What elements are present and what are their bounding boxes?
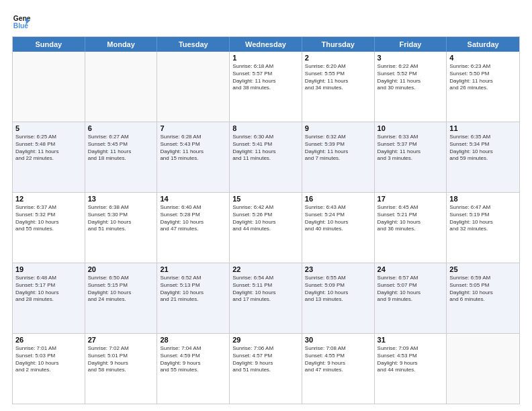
empty-cell (13, 52, 85, 122)
day-cell-24: 24Sunrise: 6:57 AM Sunset: 5:07 PM Dayli… (375, 263, 447, 333)
empty-cell (85, 52, 158, 122)
empty-cell (157, 52, 230, 122)
day-info: Sunrise: 6:48 AM Sunset: 5:17 PM Dayligh… (15, 275, 82, 304)
header-day-friday: Friday (375, 37, 447, 52)
day-number: 3 (378, 54, 444, 62)
day-cell-7: 7Sunrise: 6:28 AM Sunset: 5:43 PM Daylig… (157, 122, 230, 192)
day-cell-16: 16Sunrise: 6:43 AM Sunset: 5:24 PM Dayli… (302, 193, 375, 263)
day-cell-22: 22Sunrise: 6:54 AM Sunset: 5:11 PM Dayli… (230, 263, 302, 333)
day-info: Sunrise: 7:01 AM Sunset: 5:03 PM Dayligh… (15, 345, 82, 374)
day-cell-10: 10Sunrise: 6:33 AM Sunset: 5:37 PM Dayli… (375, 122, 447, 192)
day-info: Sunrise: 6:18 AM Sunset: 5:57 PM Dayligh… (232, 63, 299, 92)
calendar-row-3: 19Sunrise: 6:48 AM Sunset: 5:17 PM Dayli… (13, 263, 519, 333)
day-cell-8: 8Sunrise: 6:30 AM Sunset: 5:41 PM Daylig… (230, 122, 302, 192)
day-info: Sunrise: 6:50 AM Sunset: 5:15 PM Dayligh… (88, 275, 154, 304)
day-info: Sunrise: 6:38 AM Sunset: 5:30 PM Dayligh… (88, 204, 154, 233)
header-day-monday: Monday (85, 37, 158, 52)
day-cell-4: 4Sunrise: 6:23 AM Sunset: 5:50 PM Daylig… (447, 52, 519, 122)
day-info: Sunrise: 6:27 AM Sunset: 5:45 PM Dayligh… (88, 134, 154, 163)
day-info: Sunrise: 6:42 AM Sunset: 5:26 PM Dayligh… (232, 204, 299, 233)
day-number: 4 (449, 54, 517, 62)
day-cell-15: 15Sunrise: 6:42 AM Sunset: 5:26 PM Dayli… (230, 193, 302, 263)
day-info: Sunrise: 6:35 AM Sunset: 5:34 PM Dayligh… (449, 134, 517, 163)
day-cell-21: 21Sunrise: 6:52 AM Sunset: 5:13 PM Dayli… (157, 263, 230, 333)
day-number: 12 (15, 195, 82, 203)
day-number: 19 (15, 265, 82, 273)
day-number: 8 (232, 124, 299, 132)
header-day-sunday: Sunday (13, 37, 85, 52)
day-cell-11: 11Sunrise: 6:35 AM Sunset: 5:34 PM Dayli… (447, 122, 519, 192)
day-info: Sunrise: 7:02 AM Sunset: 5:01 PM Dayligh… (88, 345, 154, 374)
day-number: 7 (160, 124, 226, 132)
day-number: 16 (305, 195, 371, 203)
day-number: 23 (305, 265, 371, 273)
day-info: Sunrise: 6:45 AM Sunset: 5:21 PM Dayligh… (378, 204, 444, 233)
day-cell-3: 3Sunrise: 6:22 AM Sunset: 5:52 PM Daylig… (375, 52, 447, 122)
day-number: 30 (305, 336, 371, 344)
day-number: 17 (378, 195, 444, 203)
day-info: Sunrise: 6:59 AM Sunset: 5:05 PM Dayligh… (449, 275, 517, 304)
day-info: Sunrise: 6:32 AM Sunset: 5:39 PM Dayligh… (305, 134, 371, 163)
day-info: Sunrise: 6:30 AM Sunset: 5:41 PM Dayligh… (232, 134, 299, 163)
day-number: 5 (15, 124, 82, 132)
calendar-row-2: 12Sunrise: 6:37 AM Sunset: 5:32 PM Dayli… (13, 192, 519, 263)
day-number: 27 (88, 336, 154, 344)
day-info: Sunrise: 6:23 AM Sunset: 5:50 PM Dayligh… (449, 63, 517, 92)
day-number: 10 (378, 124, 444, 132)
day-info: Sunrise: 6:25 AM Sunset: 5:48 PM Dayligh… (15, 134, 82, 163)
day-number: 28 (160, 336, 226, 344)
day-number: 25 (449, 265, 517, 273)
day-info: Sunrise: 6:43 AM Sunset: 5:24 PM Dayligh… (305, 204, 371, 233)
day-info: Sunrise: 6:54 AM Sunset: 5:11 PM Dayligh… (232, 275, 299, 304)
day-number: 21 (160, 265, 226, 273)
day-cell-27: 27Sunrise: 7:02 AM Sunset: 5:01 PM Dayli… (85, 334, 158, 404)
day-number: 24 (378, 265, 444, 273)
day-number: 15 (232, 195, 299, 203)
day-cell-31: 31Sunrise: 7:09 AM Sunset: 4:53 PM Dayli… (375, 334, 447, 404)
day-number: 18 (449, 195, 517, 203)
day-cell-28: 28Sunrise: 7:04 AM Sunset: 4:59 PM Dayli… (157, 334, 230, 404)
calendar-header: SundayMondayTuesdayWednesdayThursdayFrid… (13, 37, 519, 52)
day-cell-25: 25Sunrise: 6:59 AM Sunset: 5:05 PM Dayli… (447, 263, 519, 333)
calendar-body: 1Sunrise: 6:18 AM Sunset: 5:57 PM Daylig… (13, 52, 519, 404)
header-day-thursday: Thursday (302, 37, 375, 52)
day-cell-12: 12Sunrise: 6:37 AM Sunset: 5:32 PM Dayli… (13, 193, 85, 263)
day-number: 29 (232, 336, 299, 344)
day-cell-17: 17Sunrise: 6:45 AM Sunset: 5:21 PM Dayli… (375, 193, 447, 263)
calendar-row-0: 1Sunrise: 6:18 AM Sunset: 5:57 PM Daylig… (13, 52, 519, 122)
day-info: Sunrise: 7:08 AM Sunset: 4:55 PM Dayligh… (305, 345, 371, 374)
day-info: Sunrise: 6:33 AM Sunset: 5:37 PM Dayligh… (378, 134, 444, 163)
day-cell-23: 23Sunrise: 6:55 AM Sunset: 5:09 PM Dayli… (302, 263, 375, 333)
day-cell-29: 29Sunrise: 7:06 AM Sunset: 4:57 PM Dayli… (230, 334, 302, 404)
calendar-row-1: 5Sunrise: 6:25 AM Sunset: 5:48 PM Daylig… (13, 122, 519, 192)
day-info: Sunrise: 6:47 AM Sunset: 5:19 PM Dayligh… (449, 204, 517, 233)
day-number: 6 (88, 124, 154, 132)
empty-cell (447, 334, 519, 404)
day-cell-18: 18Sunrise: 6:47 AM Sunset: 5:19 PM Dayli… (447, 193, 519, 263)
day-info: Sunrise: 6:28 AM Sunset: 5:43 PM Dayligh… (160, 134, 226, 163)
calendar-row-4: 26Sunrise: 7:01 AM Sunset: 5:03 PM Dayli… (13, 333, 519, 404)
day-info: Sunrise: 6:52 AM Sunset: 5:13 PM Dayligh… (160, 275, 226, 304)
header: General Blue (12, 12, 520, 31)
day-info: Sunrise: 6:22 AM Sunset: 5:52 PM Dayligh… (378, 63, 444, 92)
day-number: 20 (88, 265, 154, 273)
day-number: 14 (160, 195, 226, 203)
day-cell-5: 5Sunrise: 6:25 AM Sunset: 5:48 PM Daylig… (13, 122, 85, 192)
day-info: Sunrise: 7:09 AM Sunset: 4:53 PM Dayligh… (378, 345, 444, 374)
day-info: Sunrise: 7:04 AM Sunset: 4:59 PM Dayligh… (160, 345, 226, 374)
day-cell-6: 6Sunrise: 6:27 AM Sunset: 5:45 PM Daylig… (85, 122, 158, 192)
day-number: 1 (232, 54, 299, 62)
day-info: Sunrise: 6:40 AM Sunset: 5:28 PM Dayligh… (160, 204, 226, 233)
page: General Blue SundayMondayTuesdayWednesda… (0, 0, 532, 411)
logo-icon: General Blue (12, 12, 31, 31)
day-cell-26: 26Sunrise: 7:01 AM Sunset: 5:03 PM Dayli… (13, 334, 85, 404)
day-info: Sunrise: 6:37 AM Sunset: 5:32 PM Dayligh… (15, 204, 82, 233)
day-cell-2: 2Sunrise: 6:20 AM Sunset: 5:55 PM Daylig… (302, 52, 375, 122)
day-cell-14: 14Sunrise: 6:40 AM Sunset: 5:28 PM Dayli… (157, 193, 230, 263)
day-cell-19: 19Sunrise: 6:48 AM Sunset: 5:17 PM Dayli… (13, 263, 85, 333)
day-info: Sunrise: 6:57 AM Sunset: 5:07 PM Dayligh… (378, 275, 444, 304)
header-day-wednesday: Wednesday (230, 37, 302, 52)
day-cell-30: 30Sunrise: 7:08 AM Sunset: 4:55 PM Dayli… (302, 334, 375, 404)
header-day-tuesday: Tuesday (157, 37, 230, 52)
day-cell-20: 20Sunrise: 6:50 AM Sunset: 5:15 PM Dayli… (85, 263, 158, 333)
